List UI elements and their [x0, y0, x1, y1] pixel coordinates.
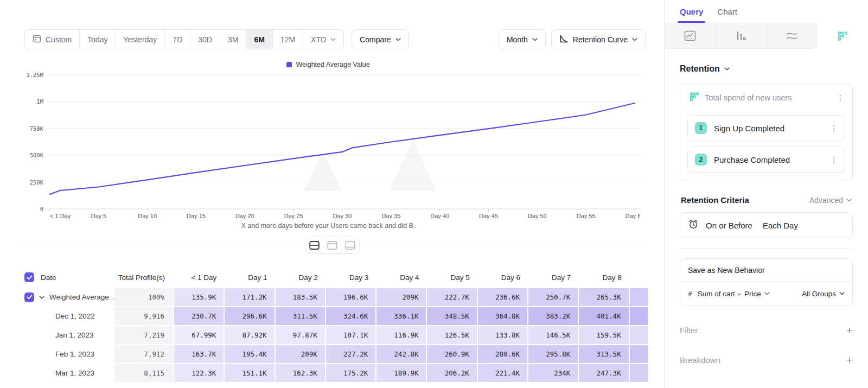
- retention-value-cell[interactable]: 311.5K: [275, 307, 326, 326]
- retention-value-cell[interactable]: 97.87K: [275, 326, 326, 345]
- retention-value-cell[interactable]: 234K: [528, 364, 578, 383]
- step-event-label: Sign Up Completed: [714, 124, 823, 133]
- table-top-view-icon: [327, 241, 337, 250]
- table-bottom-view-button[interactable]: [341, 237, 359, 253]
- retention-value-cell[interactable]: 87.92K: [224, 326, 275, 345]
- retention-value-cell[interactable]: 122.3K: [174, 364, 224, 383]
- tab-query[interactable]: Query: [680, 0, 703, 23]
- kebab-menu-icon[interactable]: ⋮: [830, 156, 838, 163]
- svg-text:Day 50: Day 50: [528, 213, 547, 219]
- all-groups-dropdown[interactable]: All Groups: [802, 290, 845, 298]
- metric-property: Price: [744, 290, 761, 298]
- range-button-custom[interactable]: Custom: [25, 30, 80, 49]
- table-row[interactable]: Jan 1, 20237,21967.99K87.92K97.87K107.1K…: [0, 326, 664, 345]
- retention-report-app: CustomTodayYesterday7D30D3M6M12MXTD Comp…: [0, 0, 868, 388]
- retention-value-cell[interactable]: 242.8K: [376, 345, 426, 364]
- retention-value-cell[interactable]: 151.1K: [224, 364, 275, 383]
- behavior-step-1[interactable]: 1Sign Up Completed⋮: [687, 115, 845, 141]
- retention-value-cell[interactable]: 383.2K: [528, 307, 578, 326]
- retention-value-cell[interactable]: 221.4K: [477, 364, 528, 383]
- retention-value-cell[interactable]: 222.7K: [426, 288, 477, 307]
- retention-value-cell-partial: [629, 364, 648, 383]
- retention-value-cell[interactable]: 209K: [376, 288, 426, 307]
- retention-value-cell[interactable]: 280.6K: [477, 345, 528, 364]
- table-row[interactable]: Feb 1, 20237,912163.7K195.4K209K227.2K24…: [0, 345, 664, 364]
- table-row[interactable]: Mar 1, 20238,115122.3K151.1K162.3K175.2K…: [0, 364, 664, 383]
- retention-value-cell[interactable]: 135.9K: [174, 288, 224, 307]
- report-tab-funnels[interactable]: [716, 23, 767, 49]
- range-button-6m[interactable]: 6M: [246, 30, 272, 49]
- retention-value-cell[interactable]: 126.5K: [426, 326, 477, 345]
- retention-value-cell[interactable]: 324.6K: [326, 307, 376, 326]
- retention-value-cell[interactable]: 175.2K: [326, 364, 376, 383]
- retention-value-cell[interactable]: 206.2K: [426, 364, 477, 383]
- add-breakdown-button[interactable]: +: [846, 354, 853, 366]
- chart-type-dropdown[interactable]: Retention Curve: [551, 29, 646, 49]
- add-filter-button[interactable]: +: [846, 325, 853, 336]
- retention-value-cell[interactable]: 313.5K: [578, 345, 629, 364]
- retention-section-dropdown[interactable]: Retention: [680, 64, 853, 74]
- retention-value-cell[interactable]: 230.7K: [174, 307, 224, 326]
- retention-value-cell[interactable]: 227.2K: [326, 345, 376, 364]
- metric-row[interactable]: # Sum of cart ▸ Price All Groups: [680, 282, 852, 306]
- tab-chart[interactable]: Chart: [717, 0, 737, 23]
- advanced-dropdown[interactable]: Advanced: [809, 196, 852, 205]
- alarm-clock-icon: [688, 219, 699, 232]
- retention-value-cell[interactable]: 67.99K: [174, 326, 224, 345]
- select-all-checkbox[interactable]: [24, 272, 34, 282]
- retention-line-chart[interactable]: 0250K500K750K1M1.25M< 1 DayDay 5Day 10Da…: [16, 71, 640, 229]
- range-button-today[interactable]: Today: [80, 30, 116, 49]
- retention-value-cell[interactable]: 401.4K: [578, 307, 629, 326]
- retention-criteria-row[interactable]: On or Before Each Day: [680, 212, 853, 238]
- filter-label: Filter: [680, 326, 846, 335]
- retention-value-cell[interactable]: 348.5K: [426, 307, 477, 326]
- report-tab-flows[interactable]: [767, 23, 818, 49]
- save-as-new-behavior-button[interactable]: Save as New Behavior: [680, 259, 852, 282]
- table-top-view-button[interactable]: [323, 237, 341, 253]
- granularity-dropdown[interactable]: Month: [499, 29, 546, 49]
- retention-value-cell[interactable]: 336.1K: [376, 307, 426, 326]
- range-button-7d[interactable]: 7D: [165, 30, 190, 49]
- report-tab-retention[interactable]: [818, 23, 868, 49]
- compare-button[interactable]: Compare: [352, 29, 409, 49]
- row-checkbox[interactable]: [24, 292, 34, 302]
- split-view-button[interactable]: [305, 237, 323, 253]
- retention-value-cell[interactable]: 195.4K: [224, 345, 275, 364]
- range-button-12m[interactable]: 12M: [273, 30, 303, 49]
- retention-value-cell[interactable]: 146.5K: [528, 326, 578, 345]
- behavior-steps: 1Sign Up Completed⋮2Purchase Completed⋮: [687, 115, 845, 173]
- retention-value-cell[interactable]: 295.8K: [528, 345, 578, 364]
- retention-value-cell[interactable]: 183.5K: [275, 288, 326, 307]
- retention-value-cell[interactable]: 250.7K: [528, 288, 578, 307]
- range-button-yesterday[interactable]: Yesterday: [116, 30, 165, 49]
- table-row[interactable]: Weighted Average ...100%135.9K171.2K183.…: [0, 288, 664, 307]
- range-button-3m[interactable]: 3M: [220, 30, 246, 49]
- retention-value-cell[interactable]: 247.3K: [578, 364, 629, 383]
- metric-property-dropdown[interactable]: Sum of cart ▸ Price: [698, 290, 770, 298]
- retention-value-cell[interactable]: 265.3K: [578, 288, 629, 307]
- retention-value-cell[interactable]: 159.5K: [578, 326, 629, 345]
- retention-value-cell[interactable]: 260.9K: [426, 345, 477, 364]
- retention-value-cell[interactable]: 189.9K: [376, 364, 426, 383]
- report-tab-insights[interactable]: [665, 23, 716, 49]
- total-profiles-cell: 100%: [114, 288, 174, 307]
- behavior-step-2[interactable]: 2Purchase Completed⋮: [687, 147, 845, 173]
- retention-value-cell[interactable]: 107.1K: [326, 326, 376, 345]
- retention-value-cell[interactable]: 209K: [275, 345, 326, 364]
- retention-value-cell[interactable]: 196.6K: [326, 288, 376, 307]
- retention-value-cell[interactable]: 171.2K: [224, 288, 275, 307]
- step-number-badge: 1: [695, 122, 707, 134]
- retention-value-cell[interactable]: 236.6K: [477, 288, 528, 307]
- range-button-30d[interactable]: 30D: [190, 30, 220, 49]
- table-row[interactable]: Dec 1, 20229,916230.7K296.6K311.5K324.6K…: [0, 307, 664, 326]
- retention-value-cell[interactable]: 364.8K: [477, 307, 528, 326]
- retention-value-cell[interactable]: 296.6K: [224, 307, 275, 326]
- retention-value-cell[interactable]: 133.8K: [477, 326, 528, 345]
- kebab-menu-icon[interactable]: ⋮: [830, 124, 838, 132]
- retention-value-cell[interactable]: 163.7K: [174, 345, 224, 364]
- retention-value-cell[interactable]: 116.9K: [376, 326, 426, 345]
- retention-value-cell[interactable]: 162.3K: [275, 364, 326, 383]
- range-button-xtd[interactable]: XTD: [303, 30, 343, 49]
- kebab-menu-icon[interactable]: ⋮: [837, 94, 844, 101]
- chevron-down-icon[interactable]: [39, 296, 44, 299]
